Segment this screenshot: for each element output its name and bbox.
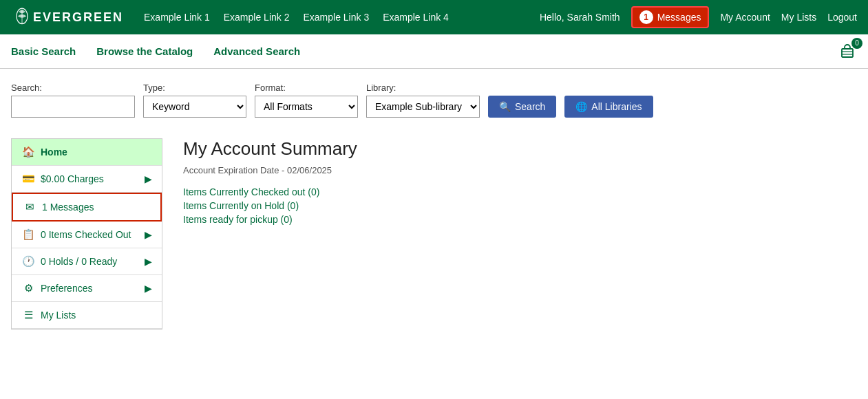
sidebar: 🏠 Home 💳 $0.00 Charges ▶ ✉ 1 Messages 📋 … [11, 138, 162, 330]
top-navigation: EVERGREEN Example Link 1 Example Link 2 … [0, 0, 868, 34]
svg-rect-2 [842, 49, 853, 57]
search-field: Search: [11, 83, 135, 118]
hello-text: Hello, Sarah Smith [540, 12, 620, 23]
top-nav-link-4[interactable]: Example Link 4 [383, 12, 449, 23]
top-nav-link-3[interactable]: Example Link 3 [303, 12, 369, 23]
sidebar-item-messages[interactable]: ✉ 1 Messages [12, 193, 162, 222]
cart-badge: 0 [851, 38, 862, 49]
preferences-icon: ⚙ [21, 282, 35, 294]
logo-text: EVERGREEN [33, 10, 123, 25]
home-icon: 🏠 [21, 146, 35, 158]
type-field: Type: Keyword Title Author Subject Serie… [143, 83, 246, 118]
browse-catalog-link[interactable]: Browse the Catalog [96, 45, 193, 57]
globe-icon: 🌐 [575, 101, 587, 112]
search-button[interactable]: 🔍 Search [488, 96, 556, 118]
charges-chevron: ▶ [145, 173, 152, 184]
messages-badge: 1 [639, 10, 653, 24]
format-select[interactable]: All Formats Books DVDs Music E-Books [255, 96, 358, 118]
messages-label: Messages [657, 12, 701, 23]
holds-icon: 🕐 [21, 255, 35, 268]
type-label: Type: [143, 83, 246, 93]
checked-out-chevron: ▶ [145, 229, 152, 240]
sidebar-checked-out-label: 0 Items Checked Out [41, 229, 139, 240]
library-field: Library: Example Sub-library All Librari… [366, 83, 480, 118]
preferences-chevron: ▶ [145, 283, 152, 294]
search-input[interactable] [11, 96, 135, 118]
account-summary-title: My Account Summary [183, 138, 857, 160]
sidebar-item-charges[interactable]: 💳 $0.00 Charges ▶ [12, 166, 162, 193]
checked-out-icon: 📋 [21, 228, 35, 241]
my-account-link[interactable]: My Account [720, 12, 770, 23]
top-nav-link-1[interactable]: Example Link 1 [144, 12, 210, 23]
search-area: Search: Type: Keyword Title Author Subje… [0, 69, 868, 125]
charges-icon: 💳 [21, 173, 35, 185]
sidebar-item-holds[interactable]: 🕐 0 Holds / 0 Ready ▶ [12, 248, 162, 275]
sidebar-item-my-lists[interactable]: ☰ My Lists [12, 302, 162, 329]
advanced-search-link[interactable]: Advanced Search [213, 45, 300, 57]
search-label: Search: [11, 83, 135, 93]
my-lists-icon: ☰ [21, 309, 35, 321]
search-icon: 🔍 [499, 101, 511, 112]
library-label: Library: [366, 83, 480, 93]
sidebar-charges-label: $0.00 Charges [41, 173, 139, 184]
top-nav-link-2[interactable]: Example Link 2 [224, 12, 290, 23]
type-select[interactable]: Keyword Title Author Subject Series [143, 96, 246, 118]
top-nav-links: Example Link 1 Example Link 2 Example Li… [144, 12, 540, 23]
messages-icon: ✉ [23, 201, 36, 213]
sidebar-home-label: Home [41, 147, 152, 158]
logo[interactable]: EVERGREEN [11, 6, 123, 28]
secondary-navigation: Basic Search Browse the Catalog Advanced… [0, 34, 868, 69]
format-field: Format: All Formats Books DVDs Music E-B… [255, 83, 358, 118]
format-label: Format: [255, 83, 358, 93]
sidebar-preferences-label: Preferences [41, 283, 139, 294]
holds-chevron: ▶ [145, 256, 152, 267]
main-content: 🏠 Home 💳 $0.00 Charges ▶ ✉ 1 Messages 📋 … [0, 125, 868, 343]
sidebar-item-preferences[interactable]: ⚙ Preferences ▶ [12, 275, 162, 302]
on-hold-summary-link[interactable]: Items Currently on Hold (0) [183, 200, 857, 211]
library-select[interactable]: Example Sub-library All Libraries Main B… [366, 96, 480, 118]
search-row: Search: Type: Keyword Title Author Subje… [11, 83, 857, 118]
checked-out-summary-link[interactable]: Items Currently Checked out (0) [183, 186, 857, 197]
account-expiry: Account Expiration Date - 02/06/2025 [183, 165, 857, 175]
sidebar-item-home[interactable]: 🏠 Home [12, 139, 162, 166]
basic-search-link[interactable]: Basic Search [11, 45, 76, 57]
account-summary: My Account Summary Account Expiration Da… [183, 138, 857, 330]
cart-icon[interactable]: 0 [838, 42, 857, 61]
my-lists-link[interactable]: My Lists [781, 12, 816, 23]
sidebar-item-items-checked-out[interactable]: 📋 0 Items Checked Out ▶ [12, 222, 162, 248]
all-libraries-button[interactable]: 🌐 All Libraries [564, 96, 653, 118]
sidebar-messages-label: 1 Messages [42, 202, 151, 213]
sidebar-holds-label: 0 Holds / 0 Ready [41, 256, 139, 267]
user-links: Hello, Sarah Smith 1 Messages My Account… [540, 6, 857, 28]
all-libraries-label: All Libraries [591, 101, 642, 112]
sidebar-my-lists-label: My Lists [41, 310, 152, 321]
search-button-label: Search [515, 101, 545, 112]
messages-button[interactable]: 1 Messages [631, 6, 710, 28]
logout-link[interactable]: Logout [827, 12, 857, 23]
summary-links: Items Currently Checked out (0) Items Cu… [183, 186, 857, 225]
ready-pickup-summary-link[interactable]: Items ready for pickup (0) [183, 214, 857, 225]
